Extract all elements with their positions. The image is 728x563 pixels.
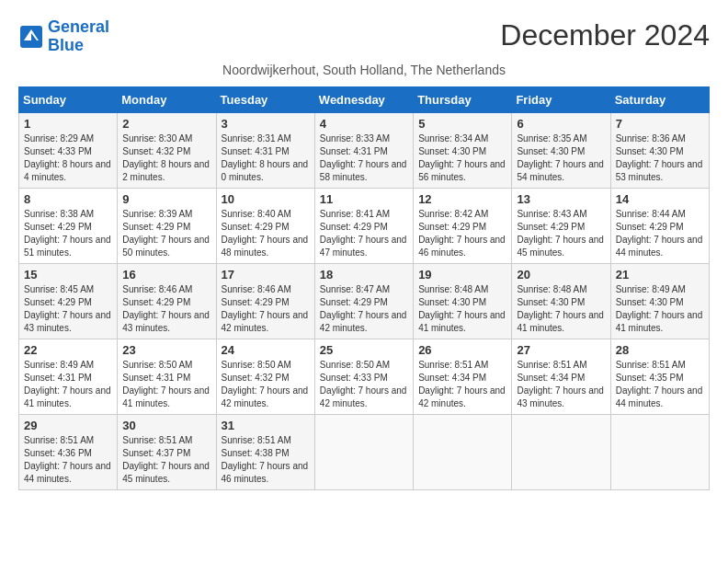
calendar-cell: 6 Sunrise: 8:35 AMSunset: 4:30 PMDayligh… [512,112,610,188]
calendar-cell: 16 Sunrise: 8:46 AMSunset: 4:29 PMDaylig… [118,263,216,339]
day-number: 20 [517,268,605,282]
calendar-cell: 12 Sunrise: 8:42 AMSunset: 4:29 PMDaylig… [414,188,512,263]
calendar-cell: 15 Sunrise: 8:45 AMSunset: 4:29 PMDaylig… [19,263,118,339]
calendar-cell: 14 Sunrise: 8:44 AMSunset: 4:29 PMDaylig… [610,188,709,263]
day-detail: Sunrise: 8:41 AMSunset: 4:29 PMDaylight:… [320,208,408,259]
weekday-header-monday: Monday [118,86,216,112]
weekday-header-saturday: Saturday [610,86,709,112]
day-detail: Sunrise: 8:51 AMSunset: 4:35 PMDaylight:… [616,359,704,410]
calendar-cell [414,414,512,489]
calendar-week-5: 29 Sunrise: 8:51 AMSunset: 4:36 PMDaylig… [19,414,710,489]
calendar-cell: 9 Sunrise: 8:39 AMSunset: 4:29 PMDayligh… [118,188,216,263]
day-number: 7 [616,117,704,131]
day-detail: Sunrise: 8:50 AMSunset: 4:33 PMDaylight:… [320,359,408,410]
calendar-cell [512,414,610,489]
calendar-cell: 11 Sunrise: 8:41 AMSunset: 4:29 PMDaylig… [314,188,413,263]
calendar-week-4: 22 Sunrise: 8:49 AMSunset: 4:31 PMDaylig… [19,339,710,414]
calendar-body: 1 Sunrise: 8:29 AMSunset: 4:33 PMDayligh… [19,112,710,489]
day-detail: Sunrise: 8:40 AMSunset: 4:29 PMDaylight:… [222,208,310,259]
day-number: 29 [24,419,112,432]
day-detail: Sunrise: 8:31 AMSunset: 4:31 PMDaylight:… [222,132,310,184]
day-detail: Sunrise: 8:29 AMSunset: 4:33 PMDaylight:… [24,132,112,184]
day-detail: Sunrise: 8:39 AMSunset: 4:29 PMDaylight:… [122,208,210,259]
day-detail: Sunrise: 8:51 AMSunset: 4:38 PMDaylight:… [222,434,310,486]
calendar-cell: 2 Sunrise: 8:30 AMSunset: 4:32 PMDayligh… [118,112,216,188]
logo: General Blue [18,18,109,55]
calendar-cell: 24 Sunrise: 8:50 AMSunset: 4:32 PMDaylig… [216,339,314,414]
calendar-cell: 29 Sunrise: 8:51 AMSunset: 4:36 PMDaylig… [19,414,118,489]
day-number: 11 [320,192,408,206]
day-detail: Sunrise: 8:49 AMSunset: 4:31 PMDaylight:… [24,359,112,410]
day-detail: Sunrise: 8:46 AMSunset: 4:29 PMDaylight:… [222,283,310,335]
calendar-cell: 10 Sunrise: 8:40 AMSunset: 4:29 PMDaylig… [216,188,314,263]
calendar-cell: 27 Sunrise: 8:51 AMSunset: 4:34 PMDaylig… [512,339,610,414]
weekday-header-sunday: Sunday [19,86,118,112]
day-number: 12 [418,192,506,206]
calendar-cell: 17 Sunrise: 8:46 AMSunset: 4:29 PMDaylig… [216,263,314,339]
day-number: 4 [320,117,408,131]
calendar-cell: 8 Sunrise: 8:38 AMSunset: 4:29 PMDayligh… [19,188,118,263]
day-detail: Sunrise: 8:44 AMSunset: 4:29 PMDaylight:… [616,208,704,259]
day-number: 22 [24,343,112,357]
day-number: 3 [222,117,310,131]
day-detail: Sunrise: 8:43 AMSunset: 4:29 PMDaylight:… [517,208,605,259]
day-number: 19 [418,268,506,282]
calendar-cell: 1 Sunrise: 8:29 AMSunset: 4:33 PMDayligh… [19,112,118,188]
day-detail: Sunrise: 8:35 AMSunset: 4:30 PMDaylight:… [517,132,605,184]
day-detail: Sunrise: 8:50 AMSunset: 4:31 PMDaylight:… [122,359,210,410]
calendar-cell: 22 Sunrise: 8:49 AMSunset: 4:31 PMDaylig… [19,339,118,414]
calendar-cell: 28 Sunrise: 8:51 AMSunset: 4:35 PMDaylig… [610,339,709,414]
day-number: 24 [222,343,310,357]
day-number: 10 [222,192,310,206]
weekday-header-friday: Friday [512,86,610,112]
calendar-cell: 30 Sunrise: 8:51 AMSunset: 4:37 PMDaylig… [118,414,216,489]
day-detail: Sunrise: 8:36 AMSunset: 4:30 PMDaylight:… [616,132,704,184]
calendar-cell: 26 Sunrise: 8:51 AMSunset: 4:34 PMDaylig… [414,339,512,414]
day-number: 28 [616,343,704,357]
calendar-cell: 7 Sunrise: 8:36 AMSunset: 4:30 PMDayligh… [610,112,709,188]
logo-text: General Blue [48,18,109,55]
subtitle: Noordwijkerhout, South Holland, The Neth… [18,63,710,77]
day-number: 31 [222,419,310,432]
day-number: 26 [418,343,506,357]
day-number: 5 [418,117,506,131]
calendar-cell [314,414,413,489]
day-detail: Sunrise: 8:51 AMSunset: 4:37 PMDaylight:… [122,434,210,486]
calendar-cell: 23 Sunrise: 8:50 AMSunset: 4:31 PMDaylig… [118,339,216,414]
day-number: 14 [616,192,704,206]
month-title: December 2024 [500,18,710,52]
page-header: General Blue December 2024 [18,18,710,55]
weekday-header-tuesday: Tuesday [216,86,314,112]
logo-icon [18,24,44,50]
calendar-cell [610,414,709,489]
day-detail: Sunrise: 8:50 AMSunset: 4:32 PMDaylight:… [222,359,310,410]
day-detail: Sunrise: 8:48 AMSunset: 4:30 PMDaylight:… [418,283,506,335]
weekday-header-wednesday: Wednesday [314,86,413,112]
day-detail: Sunrise: 8:34 AMSunset: 4:30 PMDaylight:… [418,132,506,184]
day-number: 30 [122,419,210,432]
calendar-week-2: 8 Sunrise: 8:38 AMSunset: 4:29 PMDayligh… [19,188,710,263]
day-number: 18 [320,268,408,282]
day-detail: Sunrise: 8:51 AMSunset: 4:36 PMDaylight:… [24,434,112,486]
day-detail: Sunrise: 8:45 AMSunset: 4:29 PMDaylight:… [24,283,112,335]
day-detail: Sunrise: 8:30 AMSunset: 4:32 PMDaylight:… [122,132,210,184]
day-detail: Sunrise: 8:51 AMSunset: 4:34 PMDaylight:… [517,359,605,410]
weekday-header-thursday: Thursday [414,86,512,112]
calendar-cell: 20 Sunrise: 8:48 AMSunset: 4:30 PMDaylig… [512,263,610,339]
day-number: 21 [616,268,704,282]
day-detail: Sunrise: 8:33 AMSunset: 4:31 PMDaylight:… [320,132,408,184]
day-number: 2 [122,117,210,131]
day-number: 27 [517,343,605,357]
calendar-cell: 21 Sunrise: 8:49 AMSunset: 4:30 PMDaylig… [610,263,709,339]
day-detail: Sunrise: 8:42 AMSunset: 4:29 PMDaylight:… [418,208,506,259]
day-number: 23 [122,343,210,357]
day-detail: Sunrise: 8:48 AMSunset: 4:30 PMDaylight:… [517,283,605,335]
day-number: 13 [517,192,605,206]
calendar-cell: 31 Sunrise: 8:51 AMSunset: 4:38 PMDaylig… [216,414,314,489]
day-number: 17 [222,268,310,282]
calendar-table: SundayMondayTuesdayWednesdayThursdayFrid… [18,86,710,490]
day-number: 25 [320,343,408,357]
day-detail: Sunrise: 8:47 AMSunset: 4:29 PMDaylight:… [320,283,408,335]
calendar-cell: 19 Sunrise: 8:48 AMSunset: 4:30 PMDaylig… [414,263,512,339]
day-number: 9 [122,192,210,206]
